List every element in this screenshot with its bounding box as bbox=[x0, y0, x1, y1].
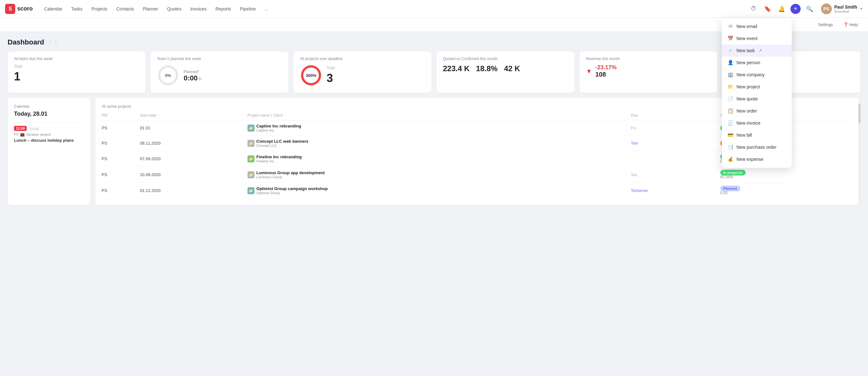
col-start-date: Start date bbox=[140, 113, 247, 120]
dropdown-item-new-expense[interactable]: 💰 New expense bbox=[722, 153, 792, 165]
timer-icon[interactable]: ⏱ bbox=[748, 4, 759, 14]
donut-deadline: 300% bbox=[300, 64, 322, 86]
dropdown-item-new-person[interactable]: 👤 New person bbox=[722, 57, 792, 69]
planned-unit: h bbox=[199, 76, 202, 81]
col-due: Due bbox=[631, 113, 720, 120]
dropdown-item-new-project[interactable]: 📁 New project bbox=[722, 81, 792, 93]
dropdown-item-new-task[interactable]: ✓ New task ↗ bbox=[722, 45, 792, 57]
widget-deadline-total-label: Total bbox=[327, 66, 335, 70]
project-client: Captive Inc. bbox=[256, 128, 301, 132]
event-time-start: 12:00 bbox=[14, 126, 27, 131]
scrollbar-track[interactable] bbox=[859, 98, 860, 205]
calendar-date: Today, 28.01 bbox=[14, 111, 84, 117]
page-title: Dashboard bbox=[8, 38, 44, 47]
new-expense-label: New expense bbox=[737, 157, 764, 162]
scrollbar-thumb[interactable] bbox=[859, 104, 860, 123]
cell-pm: PS bbox=[102, 183, 140, 199]
nav-invoices[interactable]: Invoices bbox=[186, 4, 210, 13]
calendar-event[interactable]: 12:00 13:00 PS 💼 Vacation project Lunch … bbox=[14, 122, 84, 146]
widget-team-planned: Team h planned this week 0% Planned* 0:0… bbox=[151, 52, 288, 93]
logo[interactable]: S scoro bbox=[5, 4, 33, 14]
new-purchase-order-icon: 📑 bbox=[727, 144, 733, 150]
stat-confirmed: 42 K bbox=[504, 64, 520, 73]
nav-tasks[interactable]: Tasks bbox=[67, 4, 86, 13]
nav-icons: ⏱ 🔖 🔔 + 🔍 PS Paul Smith Scorotest ▼ bbox=[748, 3, 863, 14]
new-quote-icon: 📄 bbox=[727, 96, 733, 102]
widget-quoted-title: Quoted vs Confirmed this month bbox=[443, 57, 568, 61]
cell-status: In progress 65.34% bbox=[720, 167, 854, 183]
new-invoice-label: New invoice bbox=[737, 120, 760, 125]
bell-icon[interactable]: 🔔 bbox=[776, 4, 787, 14]
nav-pipeline[interactable]: Pipeline bbox=[236, 4, 259, 13]
new-task-label: New task bbox=[737, 48, 755, 53]
new-order-icon: 📋 bbox=[727, 108, 733, 114]
new-person-icon: 👤 bbox=[727, 60, 733, 65]
widget-projects-deadline: All projects over deadline 300% Total 3 bbox=[293, 52, 431, 93]
user-initials: PS bbox=[14, 133, 19, 136]
project-name[interactable]: Fineline Inc rebranding bbox=[256, 154, 302, 159]
project-icon: 📁 bbox=[248, 140, 254, 147]
cell-project-name: 📁 Luminous Group app development Luminou… bbox=[248, 167, 631, 183]
add-button[interactable]: + bbox=[790, 4, 801, 14]
revenue-sum: 108 bbox=[595, 71, 617, 78]
nav-more[interactable]: ... bbox=[261, 4, 272, 13]
new-company-label: New company bbox=[737, 72, 765, 77]
customize-icon[interactable]: ⋮⋮ bbox=[47, 39, 59, 46]
nav-quotes[interactable]: Quotes bbox=[163, 4, 185, 13]
cell-due: Sat, bbox=[631, 167, 720, 183]
user-info: Paul Smith Scorotest bbox=[834, 4, 857, 13]
project-name[interactable]: Luminous Group app development bbox=[256, 170, 325, 175]
pct-text: 0.00 bbox=[720, 191, 851, 195]
dropdown-item-new-event[interactable]: 📅 New event bbox=[722, 32, 792, 45]
col-project-name: Project name | Client bbox=[248, 113, 631, 120]
nav-contacts[interactable]: Contacts bbox=[113, 4, 137, 13]
table-row[interactable]: PS 01.12.2020 📁 Optimist Group campaign … bbox=[102, 183, 854, 199]
calendar-widget: Calendar Today, 28.01 12:00 13:00 PS 💼 V… bbox=[8, 98, 90, 205]
new-email-label: New email bbox=[737, 24, 757, 29]
project-name[interactable]: Captive Inc rebranding bbox=[256, 124, 301, 128]
project-client: Optimist Group bbox=[256, 191, 328, 195]
widget-deadline-number: 3 bbox=[327, 71, 335, 85]
nav-planner[interactable]: Planner bbox=[139, 4, 162, 13]
project-name[interactable]: Concept LLC web banners bbox=[256, 139, 309, 144]
logo-icon: S bbox=[5, 4, 15, 14]
widget-projects-title: All projects over deadline bbox=[300, 57, 425, 61]
user-area[interactable]: PS Paul Smith Scorotest ▼ bbox=[821, 3, 863, 14]
nav-calendar[interactable]: Calendar bbox=[40, 4, 66, 13]
donut-deadline-label: 300% bbox=[306, 73, 316, 78]
table-row[interactable]: PS 10.08.2020 📁 Luminous Group app devel… bbox=[102, 167, 854, 183]
cell-project-name: 📁 Concept LLC web banners Concept LLC bbox=[248, 136, 631, 151]
dropdown-item-new-invoice[interactable]: 🧾 New invoice bbox=[722, 117, 792, 129]
dropdown-item-new-company[interactable]: 🏢 New company bbox=[722, 69, 792, 81]
cell-project-name: 📁 Optimist Group campaign workshop Optim… bbox=[248, 183, 631, 199]
help-button[interactable]: ❓ Help bbox=[841, 21, 860, 28]
search-icon[interactable]: 🔍 bbox=[804, 4, 815, 14]
dropdown-item-new-email[interactable]: ✉ New email bbox=[722, 20, 792, 32]
project-client: Luminous Group bbox=[256, 175, 325, 179]
stat-quoted: 223.4 K bbox=[443, 64, 470, 73]
chevron-down-icon: ▼ bbox=[860, 7, 863, 10]
dropdown-item-new-order[interactable]: 📋 New order bbox=[722, 105, 792, 117]
new-item-dropdown: ✉ New email 📅 New event ✓ New task ↗ 👤 N… bbox=[722, 18, 792, 168]
new-event-label: New event bbox=[737, 36, 757, 41]
dropdown-item-new-purchase-order[interactable]: 📑 New purchase order bbox=[722, 141, 792, 153]
bookmark-icon[interactable]: 🔖 bbox=[763, 4, 773, 14]
dropdown-item-new-bill[interactable]: 💳 New bill bbox=[722, 129, 792, 141]
stat-pct: 18.8% bbox=[476, 64, 498, 73]
dropdown-item-new-quote[interactable]: 📄 New quote bbox=[722, 93, 792, 105]
revenue-row: ▼ -23.17% 108 bbox=[586, 64, 711, 78]
planned-label: Planned* bbox=[184, 69, 202, 74]
cell-start-date: 01.01 bbox=[140, 120, 247, 136]
widget-tasks-due: All tasks due this week Total 1 bbox=[8, 52, 146, 93]
briefcase-icon: 💼 bbox=[20, 132, 25, 137]
col-pm: PM bbox=[102, 113, 140, 120]
nav-reports[interactable]: Reports bbox=[212, 4, 235, 13]
widget-tasks-number: 1 bbox=[14, 70, 139, 83]
project-icon: 📁 bbox=[248, 155, 254, 163]
project-name[interactable]: Optimist Group campaign workshop bbox=[256, 186, 328, 191]
event-time-end: 13:00 bbox=[30, 127, 39, 131]
widget-quoted-stats: 223.4 K 18.8% 42 K bbox=[443, 64, 568, 73]
nav-projects[interactable]: Projects bbox=[88, 4, 112, 13]
settings-button[interactable]: Settings bbox=[815, 21, 836, 28]
widget-quoted: Quoted vs Confirmed this month 223.4 K 1… bbox=[437, 52, 575, 93]
